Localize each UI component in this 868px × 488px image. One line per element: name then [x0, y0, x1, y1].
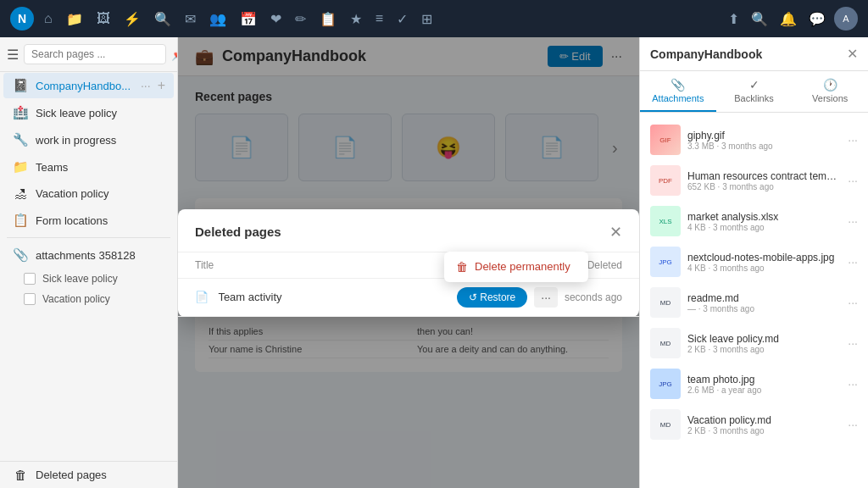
attachment-marketanalysis[interactable]: XLS market analysis.xlsx 4 KB · 3 months… [640, 201, 868, 241]
tab-versions[interactable]: 🕐 Versions [792, 71, 868, 112]
attachment-name: Sick leave policy.md [687, 333, 841, 345]
contacts-icon[interactable]: 👥 [206, 8, 230, 30]
attachment-sickleave[interactable]: MD Sick leave policy.md 2 KB · 3 months … [640, 323, 868, 363]
sidebar-item-label: Teams [36, 161, 165, 174]
tasks-icon[interactable]: ✓ [393, 8, 411, 30]
versions-tab-icon: 🕐 [823, 78, 837, 92]
sidebar: ☰ 📌 ⊞ 📓 CompanyHandbo... ··· + 🏥 Sick le… [0, 37, 178, 488]
sidebar-item-dots[interactable]: ··· [141, 79, 151, 92]
upgrade-icon[interactable]: ⬆ [725, 8, 743, 30]
nav-search-icon[interactable]: 🔍 [748, 8, 771, 30]
attachment-teamphoto[interactable]: JPG team photo.jpg 2.6 MB · a year ago ·… [640, 363, 868, 404]
sidebar-menu-icon[interactable]: ☰ [7, 47, 19, 63]
notes-icon[interactable]: ✏ [292, 8, 309, 30]
modal-row-actions: ↺ Restore ··· seconds ago [369, 287, 622, 308]
attachment-hrtemplate[interactable]: PDF Human resources contract template.pd… [640, 160, 868, 201]
sidebar-pin-icon[interactable]: 📌 [171, 48, 178, 61]
attachment-dots[interactable]: ··· [848, 174, 858, 187]
delete-permanently-item[interactable]: 🗑 Delete permanently [444, 252, 588, 282]
search-icon[interactable]: 🔍 [151, 8, 175, 30]
attachment-name: giphy.gif [687, 130, 841, 141]
attachment-info-sickleave: Sick leave policy.md 2 KB · 3 months ago [687, 333, 841, 354]
attachment-info-nextcloudnotes: nextcloud-notes-mobile-apps.jpg 4 KB · 3… [687, 252, 841, 273]
modal-overlay: Deleted pages ✕ Title Deleted 📄 [178, 37, 639, 488]
sidebar-item-attachments[interactable]: 📎 attachments 358128 [3, 242, 174, 268]
sub-item-label: Sick leave policy [42, 273, 118, 285]
photos-icon[interactable]: 🖼 [93, 8, 114, 30]
delete-permanently-label: Delete permanently [475, 260, 570, 273]
sidebar-item-workinprogress[interactable]: 🔧 work in progress [3, 127, 174, 152]
attachment-info-vacationpolicy: Vacation policy.md 2 KB · 3 months ago [687, 414, 841, 435]
attachment-info-giphy: giphy.gif 3.3 MB · 3 months ago [687, 130, 841, 151]
attachment-dots[interactable]: ··· [848, 296, 858, 309]
attachment-name: team photo.jpg [687, 374, 841, 385]
lists-icon[interactable]: ≡ [372, 8, 387, 30]
sidebar-item-label: Deleted pages [36, 469, 165, 481]
sidebar-item-companyhandbook[interactable]: 📓 CompanyHandbo... ··· + [3, 73, 174, 98]
sidebar-subitem-vacationpolicy[interactable]: Vacation policy [0, 289, 177, 309]
restore-button[interactable]: ↺ Restore [457, 287, 527, 308]
attachment-thumb-md3: MD [650, 409, 681, 440]
sidebar-item-vacationpolicy[interactable]: 🏖 Vacation policy [3, 181, 174, 206]
attachment-dots[interactable]: ··· [848, 418, 858, 431]
notifications-icon[interactable]: 🔔 [776, 8, 800, 30]
attachment-name: readme.md [687, 292, 841, 304]
sidebar-search-input[interactable] [24, 44, 166, 64]
sidebar-header: ☰ 📌 ⊞ [0, 37, 177, 72]
attachments-tab-icon: 📎 [670, 78, 685, 92]
context-dropdown-menu: 🗑 Delete permanently [444, 252, 588, 282]
sidebar-item-label: Vacation policy [36, 187, 165, 200]
row-page-name: 📄 Team activity [178, 278, 352, 316]
talk-icon[interactable]: 💬 [805, 8, 829, 30]
attachment-dots[interactable]: ··· [848, 214, 858, 228]
attachment-thumb-jpg: JPG [650, 247, 681, 277]
sidebar-subitem-sickleave[interactable]: Sick leave policy [0, 269, 177, 289]
page-name-text: Team activity [218, 291, 281, 303]
collectives-icon[interactable]: ★ [347, 8, 365, 30]
attachment-readme[interactable]: MD readme.md — · 3 months ago ··· [640, 282, 868, 323]
app-logo[interactable]: N [10, 7, 34, 30]
attachment-giphy[interactable]: GIF giphy.gif 3.3 MB · 3 months ago ··· [640, 119, 868, 160]
attachment-thumb-md2: MD [650, 328, 681, 358]
sickleave-icon: 🏥 [12, 105, 29, 120]
modal-close-button[interactable]: ✕ [609, 223, 622, 241]
versions-tab-label: Versions [812, 93, 848, 103]
activity-icon[interactable]: ⚡ [120, 8, 144, 30]
attachment-name: nextcloud-notes-mobile-apps.jpg [687, 252, 841, 263]
formlocations-icon: 📋 [12, 213, 29, 228]
delete-icon: 🗑 [456, 260, 468, 274]
mail-icon[interactable]: ✉ [181, 8, 199, 30]
attachment-dots[interactable]: ··· [848, 255, 858, 269]
sidebar-item-formlocations[interactable]: 📋 Form locations [3, 208, 174, 233]
attachment-nextcloudnotes[interactable]: JPG nextcloud-notes-mobile-apps.jpg 4 KB… [640, 241, 868, 282]
attachment-dots[interactable]: ··· [848, 336, 858, 350]
user-avatar[interactable]: A [834, 7, 858, 30]
attachment-meta: 2 KB · 3 months ago [687, 426, 841, 435]
attachment-meta: 2.6 MB · a year ago [687, 385, 841, 395]
calendar-icon[interactable]: 📅 [236, 8, 260, 30]
sidebar-item-deletedpages[interactable]: 🗑 Deleted pages [3, 463, 174, 487]
attachment-thumb-xlsx: XLS [650, 206, 681, 236]
modal-header: Deleted pages ✕ [178, 209, 639, 252]
deletedpages-icon: 🗑 [12, 468, 29, 482]
attachments-list: GIF giphy.gif 3.3 MB · 3 months ago ··· … [640, 113, 868, 488]
sub-item-icon [24, 293, 36, 305]
more-apps-icon[interactable]: ⊞ [418, 8, 436, 30]
attachment-dots[interactable]: ··· [848, 377, 858, 391]
sidebar-item-plus[interactable]: + [158, 78, 165, 93]
attachment-meta: 3.3 MB · 3 months ago [687, 141, 841, 151]
files-icon[interactable]: 📁 [63, 8, 86, 30]
attachment-thumb-giphy: GIF [650, 125, 681, 155]
attachment-dots[interactable]: ··· [848, 133, 858, 147]
sidebar-item-teams[interactable]: 📁 Teams [3, 154, 174, 180]
sidebar-item-sickleave[interactable]: 🏥 Sick leave policy [3, 100, 174, 125]
tab-backlinks[interactable]: ✓ Backlinks [716, 71, 793, 112]
modal-dots-button[interactable]: ··· [534, 287, 558, 308]
deck-icon[interactable]: 📋 [316, 8, 340, 30]
home-icon[interactable]: ⌂ [41, 8, 56, 30]
attachment-vacationpolicy[interactable]: MD Vacation policy.md 2 KB · 3 months ag… [640, 404, 868, 445]
right-panel-close-button[interactable]: ✕ [847, 46, 858, 62]
tab-attachments[interactable]: 📎 Attachments [640, 71, 716, 112]
sub-item-icon [24, 273, 36, 285]
favorites-icon[interactable]: ❤ [267, 8, 285, 30]
